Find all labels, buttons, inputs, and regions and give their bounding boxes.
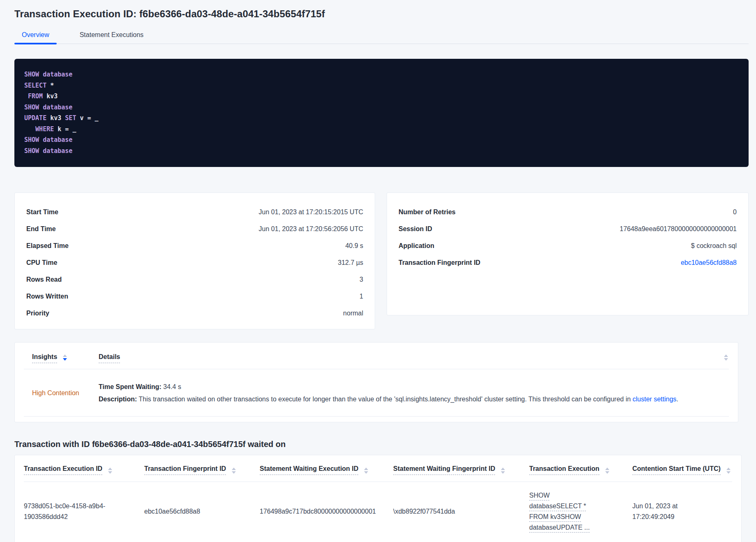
sql-keyword: UPDATE bbox=[24, 114, 46, 122]
description-line: Description: This transaction waited on … bbox=[99, 393, 728, 405]
waited-on-heading: Transaction with ID f6be6366-da03-48de-a… bbox=[14, 440, 742, 449]
column-header-transaction-execution[interactable]: Transaction Execution bbox=[529, 465, 632, 475]
sort-icon[interactable] bbox=[605, 468, 609, 474]
sql-keyword: SHOW bbox=[24, 147, 39, 155]
info-row: Elapsed Time40.9 s bbox=[26, 237, 363, 254]
sql-keyword: database bbox=[43, 71, 72, 78]
column-header-transaction-execution-id[interactable]: Transaction Execution ID bbox=[24, 465, 144, 475]
info-row-value: 312.7 µs bbox=[338, 259, 363, 266]
insights-column-label: Insights bbox=[32, 353, 57, 363]
tab-overview-label: Overview bbox=[22, 31, 49, 38]
info-row-label: Rows Written bbox=[26, 293, 68, 300]
transaction-fingerprint-link[interactable]: ebc10ae56cfd88a8 bbox=[681, 259, 737, 266]
sql-line: SHOW database bbox=[24, 134, 739, 146]
transaction-metadata-card: Number of Retries0Session ID17648a9eea60… bbox=[387, 192, 749, 315]
sql-keyword: WHERE bbox=[35, 125, 54, 133]
info-row: Prioritynormal bbox=[26, 305, 363, 322]
description-text: This transaction waited on other transac… bbox=[137, 396, 632, 403]
column-header-transaction-fingerprint-id[interactable]: Transaction Fingerprint ID bbox=[144, 465, 260, 475]
info-row: Application$ cockroach sql bbox=[399, 237, 737, 254]
sql-code: SHOW databaseSELECT * FROM kv3SHOW datab… bbox=[24, 69, 739, 156]
cell-transaction-execution-id: 9738d051-bc0e-4158-a9b4-1903586ddd42 bbox=[24, 501, 144, 522]
info-row-value: normal bbox=[343, 310, 363, 317]
info-row-label: End Time bbox=[26, 225, 56, 233]
insights-table: Insights Details High Contention Time Sp… bbox=[14, 342, 738, 422]
sort-icon[interactable] bbox=[724, 354, 728, 361]
cell-transaction-execution: SHOW databaseSELECT * FROM kv3SHOW datab… bbox=[529, 490, 632, 533]
cluster-settings-link[interactable]: cluster settings bbox=[633, 396, 677, 403]
info-row-label: Transaction Fingerprint ID bbox=[399, 259, 480, 266]
info-row-value: 3 bbox=[360, 276, 363, 283]
sort-icon[interactable] bbox=[232, 468, 236, 474]
info-row-label: CPU Time bbox=[26, 259, 57, 266]
sql-keyword: database bbox=[43, 136, 72, 144]
time-spent-waiting-value: 34.4 s bbox=[161, 383, 181, 390]
sql-keyword: SHOW bbox=[24, 104, 39, 111]
sql-keyword: SELECT bbox=[24, 82, 46, 89]
info-row-label: Elapsed Time bbox=[26, 242, 69, 250]
transaction-execution-link[interactable]: SHOW databaseSELECT * FROM kv3SHOW datab… bbox=[529, 490, 601, 533]
waited-on-table-header: Transaction Execution ID Transaction Fin… bbox=[24, 455, 732, 482]
info-row-value: Jun 01, 2023 at 17:20:56:2056 UTC bbox=[259, 225, 363, 233]
info-row: Number of Retries0 bbox=[399, 204, 737, 220]
cell-statement-waiting-fingerprint-id: \xdb8922f077541dda bbox=[393, 506, 529, 517]
details-column-header[interactable]: Details bbox=[99, 353, 120, 363]
insight-row: High Contention Time Spent Waiting: 34.4… bbox=[15, 369, 738, 416]
sort-icon[interactable] bbox=[501, 468, 505, 474]
column-header-contention-start-time[interactable]: Contention Start Time (UTC) bbox=[632, 465, 732, 475]
sql-keyword: SHOW bbox=[24, 71, 39, 78]
sql-keyword: SET bbox=[65, 114, 76, 122]
sql-keyword: FROM bbox=[28, 93, 43, 100]
tab-bar: Overview Statement Executions bbox=[14, 31, 749, 44]
insight-details: Time Spent Waiting: 34.4 s Description: … bbox=[99, 381, 728, 405]
sql-line: SHOW database bbox=[24, 146, 739, 157]
sort-icon[interactable] bbox=[364, 468, 368, 474]
sql-line: SHOW database bbox=[24, 69, 739, 80]
transaction-times-card: Start TimeJun 01, 2023 at 17:20:15:2015 … bbox=[14, 192, 375, 329]
sql-line: SELECT * bbox=[24, 80, 739, 91]
info-row-value: Jun 01, 2023 at 17:20:15:2015 UTC bbox=[259, 208, 363, 216]
info-row-label: Application bbox=[399, 242, 434, 250]
sort-icon[interactable] bbox=[63, 354, 67, 361]
info-row-label: Session ID bbox=[399, 225, 432, 233]
info-row-label: Number of Retries bbox=[399, 208, 456, 216]
time-spent-waiting-label: Time Spent Waiting: bbox=[99, 383, 161, 390]
waited-on-table-row: 9738d051-bc0e-4158-a9b4-1903586ddd42 ebc… bbox=[24, 482, 732, 542]
sort-icon[interactable] bbox=[108, 468, 112, 474]
cell-statement-waiting-execution-id: 176498a9c717bdc80000000000000001 bbox=[260, 506, 393, 517]
sql-line: WHERE k = _ bbox=[24, 124, 739, 135]
page-title: Transaction Execution ID: f6be6366-da03-… bbox=[14, 8, 742, 20]
info-row: Rows Written1 bbox=[26, 288, 363, 305]
sql-line: UPDATE kv3 SET v = _ bbox=[24, 113, 739, 124]
sort-icon[interactable] bbox=[726, 468, 731, 474]
info-row: Session ID17648a9eea60178000000000000000… bbox=[399, 220, 737, 237]
tab-statement-executions[interactable]: Statement Executions bbox=[72, 31, 151, 44]
info-row: CPU Time312.7 µs bbox=[26, 254, 363, 271]
info-row-value: $ cockroach sql bbox=[691, 242, 737, 250]
sql-line: SHOW database bbox=[24, 102, 739, 113]
transaction-details-page: Transaction Execution ID: f6be6366-da03-… bbox=[0, 0, 756, 542]
info-row-value: 0 bbox=[733, 208, 737, 216]
column-header-statement-waiting-fingerprint-id[interactable]: Statement Waiting Fingerprint ID bbox=[393, 465, 529, 475]
waited-on-table: Transaction Execution ID Transaction Fin… bbox=[14, 455, 742, 542]
info-row-label: Rows Read bbox=[26, 276, 62, 283]
description-suffix: . bbox=[676, 396, 678, 403]
cell-transaction-fingerprint-id: ebc10ae56cfd88a8 bbox=[144, 506, 260, 517]
insights-table-header: Insights Details bbox=[15, 343, 738, 369]
cell-contention-start-time: Jun 01, 2023 at 17:20:49:2049 bbox=[632, 501, 732, 522]
tab-statement-executions-label: Statement Executions bbox=[80, 31, 144, 38]
info-row-value: 40.9 s bbox=[345, 242, 363, 250]
description-label: Description: bbox=[99, 396, 137, 403]
info-row-label: Priority bbox=[26, 310, 49, 317]
details-column-label: Details bbox=[99, 353, 120, 363]
sql-keyword: database bbox=[43, 147, 72, 155]
info-row: Start TimeJun 01, 2023 at 17:20:15:2015 … bbox=[26, 204, 363, 220]
time-spent-waiting-line: Time Spent Waiting: 34.4 s bbox=[99, 381, 728, 393]
sql-line: FROM kv3 bbox=[24, 91, 739, 102]
tab-overview[interactable]: Overview bbox=[14, 31, 57, 44]
column-header-statement-waiting-execution-id[interactable]: Statement Waiting Execution ID bbox=[260, 465, 393, 475]
insights-column-header[interactable]: Insights bbox=[32, 353, 99, 363]
insight-type-badge: High Contention bbox=[32, 381, 99, 405]
summary-cards: Start TimeJun 01, 2023 at 17:20:15:2015 … bbox=[14, 192, 749, 329]
info-row-value: 17648a9eea6017800000000000000001 bbox=[620, 225, 737, 233]
